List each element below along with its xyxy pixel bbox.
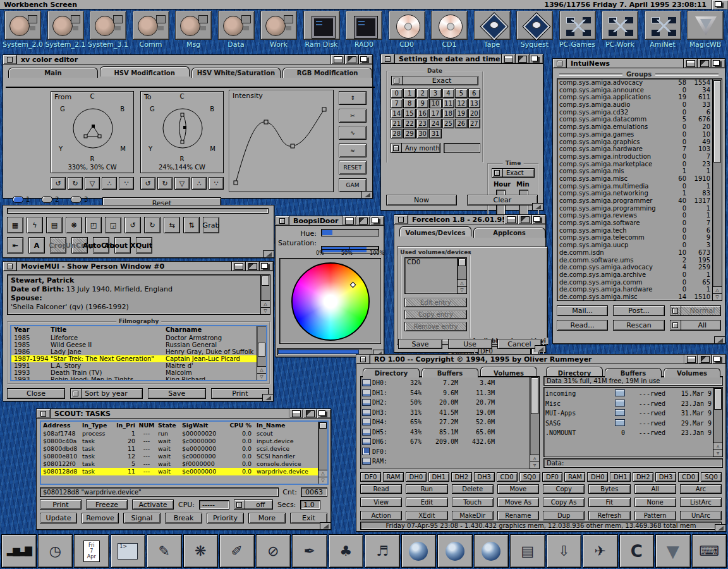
- command-button[interactable]: Move: [497, 484, 539, 494]
- time-mode-cycle[interactable]: Exact: [492, 168, 535, 178]
- DH4:[interactable]: DH4: 65% 27.2M 52.0M: [362, 417, 528, 427]
- buffer-radio[interactable]: 1: [13, 196, 42, 203]
- day-button[interactable]: 6: [468, 89, 480, 98]
- command-button[interactable]: UnArc: [680, 511, 722, 520]
- comp.sys.amiga.cd32[interactable]: comp.sys.amiga.cd32 0 6: [557, 109, 712, 116]
- scout-button[interactable]: Update: [40, 513, 77, 523]
- icon-pc-work[interactable]: PC-Work: [600, 11, 640, 49]
- drive-button[interactable]: DH1: [428, 472, 449, 482]
- rotate-ccw-button[interactable]: ↺: [124, 217, 141, 233]
- drive-button[interactable]: DH2: [451, 472, 472, 482]
- quit-button[interactable]: Quit: [136, 237, 152, 254]
- ro-tab[interactable]: Buffers: [422, 368, 478, 377]
- drive-button[interactable]: CD0: [497, 472, 518, 482]
- warpdrive.device[interactable]: $080128d8 task 11 --- wait $e0000000 0.0…: [41, 468, 318, 475]
- disk-icon[interactable]: [47, 11, 84, 40]
- person-scrollbar[interactable]: △ ▽: [260, 275, 270, 314]
- command-button[interactable]: Action: [360, 511, 402, 520]
- flower-button[interactable]: ❋: [66, 217, 82, 233]
- filmography-row[interactable]: 1987-1994 "Star Trek: The Next Generatio…: [11, 355, 257, 362]
- comp.sys.amiga.uucp[interactable]: comp.sys.amiga.uucp 0 3: [557, 242, 712, 249]
- disk-icon[interactable]: [431, 11, 468, 40]
- zoom-icon[interactable]: [356, 216, 370, 225]
- de.comp.sys.amiga.comm[interactable]: de.comp.sys.amiga.comm 0 65: [557, 279, 712, 286]
- flip-horizontal-button[interactable]: ⇆: [164, 217, 180, 233]
- CD0[interactable]: CD0: [407, 259, 455, 266]
- day-button[interactable]: 29: [403, 129, 415, 138]
- day-button[interactable]: 2: [416, 89, 428, 98]
- c-compiler-icon[interactable]: C: [619, 534, 655, 568]
- forceicon-titlebar[interactable]: ForceIcon 1.8 - 26.01.95: [394, 215, 545, 224]
- day-button[interactable]: 15: [403, 109, 415, 118]
- de.comp.sys.amiga.archive[interactable]: de.comp.sys.amiga.archive 0 1: [557, 271, 712, 279]
- drive-button[interactable]: CD0: [678, 472, 699, 482]
- iconify-icon[interactable]: [289, 409, 303, 418]
- comp.sys.amiga.marketplace[interactable]: comp.sys.amiga.marketplace 0 23: [557, 161, 712, 168]
- day-button[interactable]: 19: [455, 109, 467, 118]
- icon-system-2-0[interactable]: System_2.0: [3, 11, 43, 49]
- comp.sys.amiga.programming[interactable]: comp.sys.amiga.programming 0 1: [557, 205, 712, 212]
- comp.sys.amiga.advocacy[interactable]: comp.sys.amiga.advocacy 58 1554: [557, 79, 712, 87]
- disk-icon[interactable]: [4, 11, 41, 40]
- boopsidoor-titlebar[interactable]: BoopsiDoor: [276, 216, 384, 226]
- forceicon-tab[interactable]: Volumes/Devices: [399, 226, 471, 236]
- intensity-panel[interactable]: Intensity: [229, 90, 334, 192]
- select-tl-button[interactable]: ◰: [85, 217, 102, 233]
- buffer-radio[interactable]: 2: [42, 196, 71, 203]
- freeze-button[interactable]: Freeze: [86, 499, 128, 510]
- filmography-row[interactable]: 1985 Lifeforce Doctor Armstrong: [11, 334, 257, 341]
- comp.sys.amiga.announce[interactable]: comp.sys.amiga.announce 0 34: [557, 87, 712, 94]
- scout-button[interactable]: Signal: [123, 513, 161, 523]
- depth-icon[interactable]: [711, 59, 725, 68]
- screen-depth-gadget[interactable]: [712, 0, 728, 9]
- filmography-row[interactable]: 1991 L.A. Story Maitre d': [11, 362, 257, 369]
- DH2:[interactable]: DH2: 50% 20.0M 20.7M: [362, 398, 528, 408]
- command-button[interactable]: Edit: [406, 498, 447, 507]
- Misc[interactable]: Misc ---rwed 23.Jan 9: [545, 399, 712, 409]
- command-button[interactable]: Move As: [497, 498, 539, 507]
- day-button[interactable]: 28: [391, 129, 403, 138]
- iconify-icon[interactable]: [684, 355, 698, 364]
- day-button[interactable]: 1: [403, 89, 415, 98]
- scroll-down-icon[interactable]: ▽: [257, 373, 266, 380]
- depth-icon[interactable]: [317, 409, 331, 418]
- mail-button[interactable]: Mail...: [557, 305, 608, 316]
- zoom-icon[interactable]: [344, 55, 358, 64]
- draw-tools-icon[interactable]: ✐: [219, 534, 255, 568]
- center-points-button[interactable]: ⇕: [339, 91, 367, 105]
- de.comp.sys.amiga.hardware[interactable]: de.comp.sys.amiga.hardware 0 1: [557, 286, 712, 293]
- depth-icon[interactable]: [259, 262, 273, 271]
- disk-icon[interactable]: [133, 11, 169, 40]
- ro-tab[interactable]: Volumes: [480, 367, 537, 376]
- day-button[interactable]: 18: [442, 109, 454, 118]
- icon-comm[interactable]: Comm: [131, 11, 171, 49]
- zoom-icon[interactable]: [518, 215, 531, 224]
- comp.sys.amiga.introduction[interactable]: comp.sys.amiga.introduction 0 7: [557, 153, 712, 161]
- zoom-icon[interactable]: [697, 59, 711, 68]
- command-button[interactable]: View: [360, 498, 402, 507]
- activate-button[interactable]: Activate: [132, 499, 174, 510]
- day-button[interactable]: 0: [391, 89, 403, 98]
- calendar-icon[interactable]: Fri 7 Apr: [74, 534, 109, 568]
- comp.sys.amiga.telecomm[interactable]: comp.sys.amiga.telecomm 0 9: [557, 234, 712, 242]
- comp.sys.amiga.reviews[interactable]: comp.sys.amiga.reviews 0 1: [557, 212, 712, 219]
- comp.sys.amiga.hardware[interactable]: comp.sys.amiga.hardware 7 103: [557, 145, 712, 153]
- input.device[interactable]: $0800c40a task 20 --- wait $c0000000 0.0…: [41, 437, 318, 445]
- close-icon[interactable]: [381, 54, 395, 63]
- filmography-row[interactable]: 1985 Wild Geese II Russian General: [11, 341, 257, 348]
- icon-cd0[interactable]: CD0: [387, 11, 427, 49]
- disk-icon[interactable]: [516, 11, 553, 40]
- scout-button[interactable]: Break: [165, 513, 202, 523]
- day-button[interactable]: 11: [442, 99, 454, 108]
- zoom-icon[interactable]: [698, 355, 712, 364]
- drive-button[interactable]: DH0: [587, 472, 608, 482]
- ro-tab[interactable]: Buffers: [605, 368, 662, 377]
- iconify-icon[interactable]: [504, 215, 518, 224]
- day-button[interactable]: 12: [455, 99, 467, 108]
- RAM:[interactable]: RAM:: [362, 456, 528, 467]
- cut-curve-button[interactable]: ✂: [339, 109, 367, 123]
- depth-icon[interactable]: [531, 215, 545, 224]
- rotate-cw-button[interactable]: ↻: [144, 217, 161, 233]
- hscroll-thumb[interactable]: [278, 350, 359, 354]
- comp.sys.amiga.tech[interactable]: comp.sys.amiga.tech 0 6: [557, 227, 712, 235]
